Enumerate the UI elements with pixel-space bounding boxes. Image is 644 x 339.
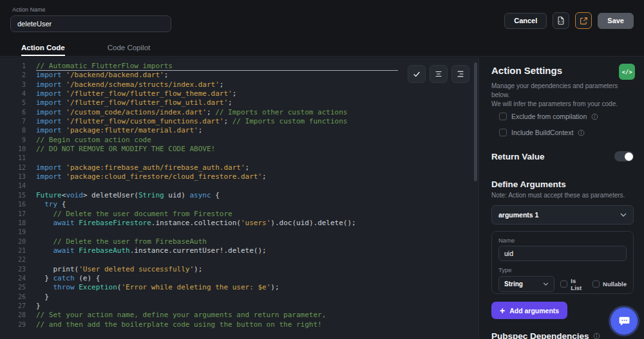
editor-scrollbar[interactable] [474,62,477,181]
code-line[interactable]: 29// and then add the boilerplate code u… [0,320,478,329]
line-number: 6 [0,108,26,117]
line-number: 5 [0,98,26,107]
format-code-button[interactable] [430,65,448,83]
code-text [26,154,36,163]
info-icon[interactable] [591,113,598,120]
code-line[interactable]: 14 [0,181,478,190]
pubspec-dependencies-title: Pubspec Dependencies [491,331,589,339]
code-line[interactable]: 25 throw Exception('Error while deleting… [0,283,478,292]
code-icon: </> [621,69,632,75]
code-line[interactable]: 12import 'package:firebase_auth/firebase… [0,163,478,172]
flutterflow-custom-action-editor: Action Name Cancel Save Action Code Code… [0,0,644,339]
settings-description: Manage your dependencies and parameters … [491,82,623,109]
info-icon[interactable] [593,333,600,339]
code-text: import '/flutter_flow/custom_functions.d… [26,117,347,126]
info-icon[interactable] [578,129,585,136]
file-code-button[interactable] [553,12,569,29]
line-number: 21 [0,246,26,255]
chat-bubble-icon [618,315,630,327]
nullable-checkbox[interactable] [592,280,600,288]
code-line[interactable]: 13import 'package:cloud_firestore/cloud_… [0,172,478,181]
view-code-button[interactable]: </> [619,64,635,80]
code-line[interactable]: 19 [0,228,478,237]
line-number: 20 [0,237,26,246]
tab-bar: Action Code Code Copilot [0,40,644,57]
chat-fab[interactable] [611,307,638,334]
return-value-label: Return Value [491,152,545,161]
code-line[interactable]: 22 [0,255,478,264]
code-text: // Begin custom action code [26,136,151,145]
code-line[interactable]: 21 await FirebaseAuth.instance.currentUs… [0,246,478,255]
code-line[interactable]: 26 } [0,293,478,302]
code-line[interactable]: 18 await FirebaseFirestore.instance.coll… [0,219,478,228]
code-line[interactable]: 20 // Delete the user from FirebaseAuth [0,237,478,246]
code-line[interactable]: 15Future<void> deleteUser(String uid) as… [0,191,478,200]
code-line[interactable]: 23 print('User deleted successfully'); [0,265,478,274]
chevron-down-icon [543,282,549,286]
exclude-compilation-checkbox[interactable] [499,113,507,120]
indent-code-button[interactable] [451,65,469,83]
argument-group-label: arguments 1 [498,211,538,219]
code-line[interactable]: 11 [0,154,478,163]
code-text: import '/flutter_flow/flutter_flow_theme… [26,89,236,98]
is-list-checkbox[interactable] [560,280,567,288]
line-number: 22 [0,255,26,264]
nullable-label: Nullable [603,280,627,288]
line-number: 7 [0,117,26,126]
cancel-button[interactable]: Cancel [504,13,547,29]
action-name-label: Action Name [12,6,46,13]
code-line[interactable]: 7import '/flutter_flow/custom_functions.… [0,117,478,126]
code-text: throw Exception('Error while deleting th… [26,283,279,292]
line-number: 23 [0,265,26,274]
code-lines: 1// Automatic FlutterFlow imports2import… [0,57,478,329]
line-number: 17 [0,210,26,219]
main-content: 1// Automatic FlutterFlow imports2import… [0,57,644,339]
line-number: 29 [0,320,26,329]
code-line[interactable]: 4import '/flutter_flow/flutter_flow_them… [0,89,478,98]
line-number: 15 [0,191,26,200]
add-arguments-button[interactable]: + Add arguments [491,302,567,319]
line-number: 13 [0,172,26,181]
type-dropdown[interactable]: String [498,276,554,292]
include-buildcontext-label: Include BuildContext [511,129,573,136]
action-settings-title: Action Settings [491,65,562,76]
code-line[interactable]: 6import '/custom_code/actions/index.dart… [0,108,478,117]
code-text: Future<void> deleteUser(String uid) asyn… [26,191,220,200]
pubspec-dependencies-row: Pubspec Dependencies [491,331,600,339]
code-line[interactable]: 27} [0,302,478,311]
type-value: String [504,280,523,288]
action-name-input[interactable] [10,15,171,32]
code-text: await FirebaseFirestore.instance.collect… [26,219,356,228]
code-line[interactable]: 10// DO NOT REMOVE OR MODIFY THE CODE AB… [0,145,478,154]
code-line[interactable]: 28// Set your action name, define your a… [0,311,478,320]
code-line[interactable]: 17 // Delete the user document from Fire… [0,210,478,219]
line-number: 12 [0,163,26,172]
code-text [26,181,36,190]
argument-name-input[interactable] [498,246,627,261]
code-line[interactable]: 16 try { [0,200,478,209]
tab-code-copilot[interactable]: Code Copilot [108,40,150,56]
code-line[interactable]: 2import '/backend/backend.dart'; [0,71,478,80]
code-line[interactable]: 9// Begin custom action code [0,136,478,145]
open-external-icon [580,17,588,25]
check-code-button[interactable] [408,65,426,83]
code-line[interactable]: 24 } catch (e) { [0,274,478,283]
code-text: // Set your action name, define your arg… [26,311,326,320]
open-external-button[interactable] [575,12,592,29]
argument-group-dropdown[interactable]: arguments 1 [491,205,634,224]
code-text: // DO NOT REMOVE OR MODIFY THE CODE ABOV… [26,145,215,154]
topbar: Action Name Cancel Save [0,0,644,40]
return-value-toggle[interactable] [614,151,634,161]
include-buildcontext-checkbox[interactable] [499,129,507,136]
code-line[interactable]: 3import '/backend/schema/structs/index.d… [0,80,478,89]
argument-editor-group: Name Type String Is List [491,231,634,294]
code-line[interactable]: 8import 'package:flutter/material.dart'; [0,126,478,135]
tab-action-code[interactable]: Action Code [21,40,65,56]
settings-description-line1: Manage your dependencies and parameters … [491,82,623,100]
code-line[interactable]: 1// Automatic FlutterFlow imports [0,62,478,71]
code-text: import '/backend/backend.dart'; [26,71,168,80]
line-number: 26 [0,293,26,302]
save-button[interactable]: Save [598,13,634,29]
code-line[interactable]: 5import '/flutter_flow/flutter_flow_util… [0,98,478,107]
code-text: await FirebaseAuth.instance.currentUser!… [26,246,267,255]
